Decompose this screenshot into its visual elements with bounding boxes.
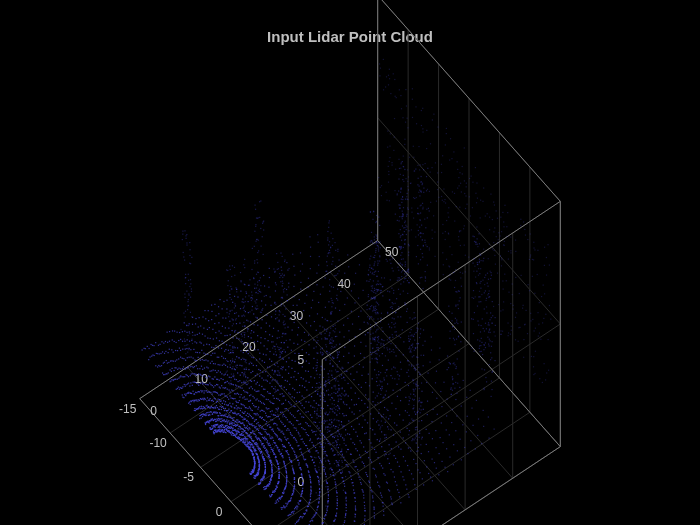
- point-cloud: [0, 0, 700, 525]
- figure: Input Lidar Point Cloud 01020304050-15-1…: [0, 0, 700, 525]
